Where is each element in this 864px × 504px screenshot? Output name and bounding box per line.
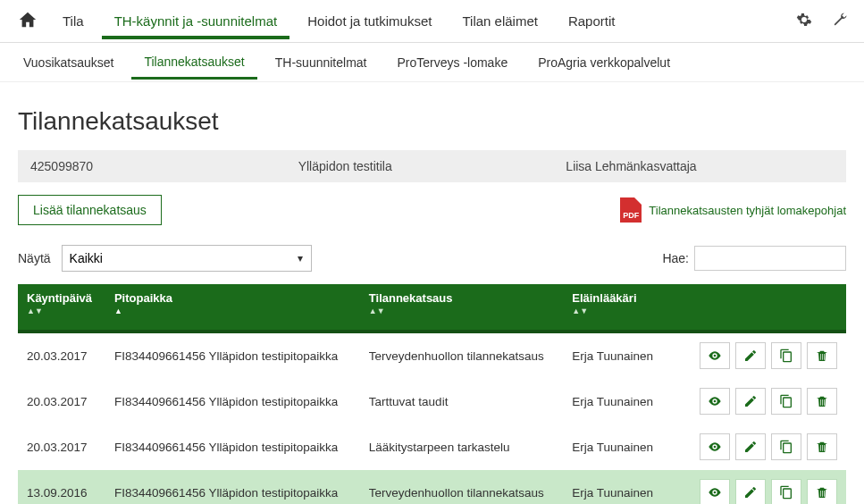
copy-icon <box>779 485 793 500</box>
cell-place: FI834409661456 Ylläpidon testipitopaikka <box>105 470 360 505</box>
show-label: Näytä <box>18 251 51 265</box>
add-review-button[interactable]: Lisää tilannekatsaus <box>18 195 162 225</box>
cell-place: FI834409661456 Ylläpidon testipitopaikka <box>105 332 360 379</box>
pdf-icon: PDF <box>620 197 642 223</box>
trash-icon <box>815 349 829 363</box>
pencil-icon <box>743 394 758 408</box>
farm-info-bar: 425099870 Ylläpidon testitila Liisa Lehm… <box>18 150 846 182</box>
show-filter-select[interactable]: Kaikki <box>62 245 312 272</box>
trash-icon <box>815 440 829 454</box>
topnav-item[interactable]: Tilan eläimet <box>449 3 549 39</box>
pdf-link-label: Tilannekatsausten tyhjät lomakepohjat <box>649 204 846 217</box>
topnav-item[interactable]: Hoidot ja tutkimukset <box>295 3 444 39</box>
copy-icon <box>779 394 793 408</box>
copy-button[interactable] <box>771 479 801 504</box>
topnav-item[interactable]: Tila <box>50 3 96 39</box>
cell-date: 20.03.2017 <box>18 424 105 470</box>
eye-icon <box>708 349 722 363</box>
cell-review: Terveydenhuollon tilannekatsaus <box>360 470 563 505</box>
edit-button[interactable] <box>735 388 766 415</box>
sub-nav: VuosikatsauksetTilannekatsauksetTH-suunn… <box>0 43 864 82</box>
table-row: 13.09.2016FI834409661456 Ylläpidon testi… <box>18 470 846 505</box>
cell-vet: Erja Tuunainen <box>563 424 667 470</box>
view-button[interactable] <box>700 388 730 415</box>
pencil-icon <box>743 485 758 500</box>
cell-vet: Erja Tuunainen <box>563 470 667 505</box>
delete-button[interactable] <box>807 342 837 369</box>
edit-button[interactable] <box>735 479 766 504</box>
delete-button[interactable] <box>807 388 837 415</box>
subnav-item[interactable]: Tilannekatsaukset <box>131 46 256 80</box>
top-nav: TilaTH-käynnit ja -suunnitelmatHoidot ja… <box>0 0 864 43</box>
cell-vet: Erja Tuunainen <box>563 379 667 424</box>
cell-place: FI834409661456 Ylläpidon testipitopaikka <box>105 379 360 424</box>
delete-button[interactable] <box>807 433 837 460</box>
view-button[interactable] <box>700 342 730 369</box>
page-title: Tilannekatsaukset <box>18 107 846 136</box>
table-row: 20.03.2017FI834409661456 Ylläpidon testi… <box>18 424 846 470</box>
farm-id: 425099870 <box>30 159 298 173</box>
reviews-table: Käyntipäivä▲▼Pitopaikka▲Tilannekatsaus▲▼… <box>18 284 846 504</box>
column-header[interactable]: Eläinlääkäri▲▼ <box>563 284 667 332</box>
eye-icon <box>708 440 722 454</box>
farm-name: Ylläpidon testitila <box>298 159 566 173</box>
edit-button[interactable] <box>735 342 766 369</box>
table-row: 20.03.2017FI834409661456 Ylläpidon testi… <box>18 379 846 424</box>
gear-icon[interactable] <box>787 12 821 30</box>
copy-icon <box>779 349 793 363</box>
cell-date: 20.03.2017 <box>18 332 105 379</box>
copy-button[interactable] <box>771 433 801 460</box>
copy-button[interactable] <box>771 388 801 415</box>
topnav-item[interactable]: TH-käynnit ja -suunnitelmat <box>102 3 290 39</box>
cell-place: FI834409661456 Ylläpidon testipitopaikka <box>105 424 360 470</box>
column-header-actions <box>667 284 846 332</box>
copy-button[interactable] <box>771 342 801 369</box>
view-button[interactable] <box>700 433 730 460</box>
topnav-item[interactable]: Raportit <box>556 3 628 39</box>
cell-date: 13.09.2016 <box>18 470 105 505</box>
view-button[interactable] <box>700 479 730 504</box>
column-header[interactable]: Tilannekatsaus▲▼ <box>360 284 563 332</box>
eye-icon <box>708 394 722 408</box>
cell-date: 20.03.2017 <box>18 379 105 424</box>
delete-button[interactable] <box>807 479 837 504</box>
subnav-item[interactable]: TH-suunnitelmat <box>263 46 380 79</box>
farm-person: Liisa Lehmänkasvattaja <box>566 159 834 173</box>
cell-review: Tarttuvat taudit <box>360 379 563 424</box>
subnav-item[interactable]: ProTerveys -lomake <box>384 46 520 79</box>
subnav-item[interactable]: Vuosikatsaukset <box>11 46 126 79</box>
pencil-icon <box>743 440 758 454</box>
copy-icon <box>779 440 793 454</box>
table-row: 20.03.2017FI834409661456 Ylläpidon testi… <box>18 332 846 379</box>
search-label: Hae: <box>662 251 689 265</box>
cell-review: Terveydenhuollon tilannekatsaus <box>360 332 563 379</box>
eye-icon <box>708 485 722 500</box>
subnav-item[interactable]: ProAgria verkkopalvelut <box>525 46 683 79</box>
home-icon[interactable] <box>11 10 45 32</box>
edit-button[interactable] <box>735 433 766 460</box>
trash-icon <box>815 394 829 408</box>
cell-vet: Erja Tuunainen <box>563 332 667 379</box>
pdf-templates-link[interactable]: PDF Tilannekatsausten tyhjät lomakepohja… <box>620 197 846 223</box>
pencil-icon <box>743 349 758 363</box>
trash-icon <box>815 485 829 500</box>
wrench-icon[interactable] <box>826 12 853 30</box>
cell-review: Lääkitystarpeen tarkastelu <box>360 424 563 470</box>
column-header[interactable]: Käyntipäivä▲▼ <box>18 284 105 332</box>
column-header[interactable]: Pitopaikka▲ <box>105 284 360 332</box>
search-input[interactable] <box>694 246 846 271</box>
